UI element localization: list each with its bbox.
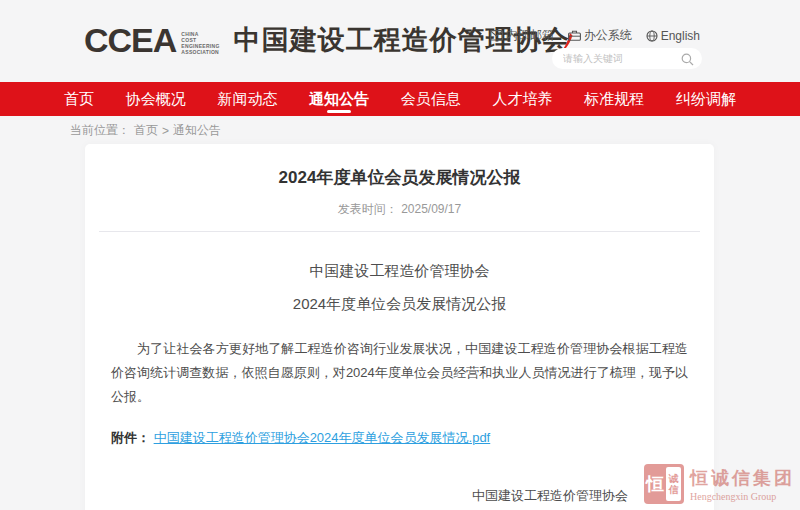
article-body-heading-title: 2024年度单位会员发展情况公报: [99, 295, 700, 314]
title-divider: [99, 231, 700, 232]
logo-acronym: CCEA: [84, 20, 176, 60]
attachment-pdf-link[interactable]: 中国建设工程造价管理协会2024年度单位会员发展情况.pdf: [154, 430, 491, 445]
mail-icon: [490, 30, 503, 41]
quick-link-label: English: [661, 29, 700, 43]
search-input[interactable]: [552, 48, 702, 69]
attachment-row: 附件： 中国建设工程造价管理协会2024年度单位会员发展情况.pdf: [111, 429, 688, 447]
article-body-heading-org: 中国建设工程造价管理协会: [99, 262, 700, 281]
article-signature: 中国建设工程造价管理协会 2025年9月17日: [99, 487, 700, 510]
nav-item-members[interactable]: 会员信息: [401, 82, 461, 116]
article-publish-meta: 发表时间： 2025/09/17: [99, 201, 700, 218]
quick-link-label: 办公系统: [584, 27, 632, 44]
breadcrumb: 当前位置： 首页 > 通知公告: [70, 122, 221, 139]
quick-link-office-system[interactable]: 办公系统: [568, 27, 632, 44]
nav-item-training[interactable]: 人才培养: [493, 82, 553, 116]
article-paragraph: 为了让社会各方更好地了解工程造价咨询行业发展状况，中国建设工程造价管理协会根据工…: [111, 337, 688, 409]
quick-link-mail[interactable]: 内部邮箱: [490, 27, 554, 44]
quick-links: 内部邮箱 办公系统 English: [490, 27, 700, 44]
publish-date: 2025/09/17: [401, 202, 461, 216]
logo-subtext-line: ASSOCIATION: [181, 49, 219, 55]
breadcrumb-separator: >: [162, 124, 169, 138]
quick-link-label: 内部邮箱: [506, 27, 554, 44]
article-card: 2024年度单位会员发展情况公报 发表时间： 2025/09/17 中国建设工程…: [85, 144, 714, 510]
logo-subtext: CHINA COST ENGINEERING ASSOCIATION: [181, 31, 219, 55]
globe-icon: [646, 30, 658, 42]
site-header: CCEA CHINA COST ENGINEERING ASSOCIATION …: [0, 0, 800, 82]
quick-link-english[interactable]: English: [646, 29, 700, 43]
signature-block: 中国建设工程造价管理协会 2025年9月17日: [472, 487, 628, 510]
attachment-label: 附件：: [111, 430, 150, 445]
nav-item-news[interactable]: 新闻动态: [217, 82, 277, 116]
search-box: [552, 48, 702, 69]
main-nav: 首页 协会概况 新闻动态 通知公告 会员信息 人才培养 标准规程 纠纷调解: [0, 82, 800, 116]
publish-label: 发表时间：: [338, 202, 398, 216]
breadcrumb-prefix: 当前位置：: [70, 122, 130, 139]
nav-item-dispute[interactable]: 纠纷调解: [676, 82, 736, 116]
signature-org: 中国建设工程造价管理协会: [472, 487, 628, 505]
nav-item-notices[interactable]: 通知公告: [309, 82, 369, 116]
nav-item-home[interactable]: 首页: [64, 82, 94, 116]
breadcrumb-current[interactable]: 通知公告: [173, 122, 221, 139]
breadcrumb-home-link[interactable]: 首页: [134, 122, 158, 139]
search-icon: [681, 53, 694, 66]
nav-item-standards[interactable]: 标准规程: [584, 82, 644, 116]
article-title: 2024年度单位会员发展情况公报: [99, 144, 700, 189]
search-button[interactable]: [681, 52, 694, 70]
briefcase-icon: [568, 30, 581, 41]
nav-item-about[interactable]: 协会概况: [126, 82, 186, 116]
